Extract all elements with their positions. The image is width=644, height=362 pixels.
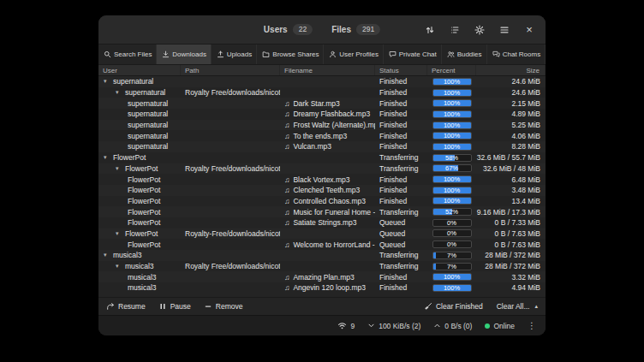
preferences-gear-icon[interactable]	[473, 23, 486, 37]
download-speed-indicator[interactable]: 100 KiB/s (2)	[367, 322, 420, 330]
progress-bar: 100%	[432, 132, 472, 139]
row-size: 24.6 MiB	[511, 77, 540, 86]
table-row[interactable]: FlowerPot ♫ Controlled Chaos.mp3 Finishe…	[98, 196, 546, 207]
row-path: Royalty Free/downloads/nicoti…	[185, 88, 280, 97]
connections-indicator[interactable]: 9	[337, 321, 355, 330]
row-size: 28 MiB / 372 MiB	[485, 251, 540, 259]
kebab-icon: ⋮	[528, 321, 536, 330]
table-row[interactable]: supernatural ♫ Dark Star.mp3 Finished 10…	[98, 98, 546, 109]
progress-percent-label: 100%	[433, 79, 471, 86]
tab-private-chat[interactable]: Private Chat	[384, 45, 442, 64]
music-note-icon: ♫	[284, 175, 289, 184]
progress-percent-label: 100%	[433, 90, 471, 97]
close-button[interactable]: ×	[522, 23, 536, 37]
expander-icon[interactable]: ▾	[104, 154, 111, 161]
table-row[interactable]: ▾ supernatural Finished 100% 24.6 MiB	[98, 76, 546, 87]
pause-button[interactable]: Pause	[158, 302, 191, 311]
table-row[interactable]: ▾ supernatural Royalty Free/downloads/ni…	[98, 87, 546, 98]
column-header-path[interactable]: Path	[181, 65, 280, 75]
row-status: Finished	[379, 273, 407, 282]
expander-icon[interactable]: ▾	[116, 230, 123, 237]
progress-bar: 100%	[432, 110, 472, 118]
progress-bar: 100%	[432, 284, 472, 292]
expander-icon[interactable]: ▾	[104, 252, 111, 258]
table-row[interactable]: supernatural ♫ Vulcan.mp3 Finished 100% …	[98, 141, 546, 152]
row-size: 5.25 MiB	[511, 121, 540, 129]
expander-icon[interactable]: ▾	[116, 89, 123, 96]
table-row[interactable]: ▾ FlowerPot Royalty-Free/downloads/nicot…	[98, 228, 546, 240]
tab-uploads[interactable]: Uploads	[212, 45, 258, 64]
table-row[interactable]: musical3 ♫ Angevin 120 loop.mp3 Finished…	[98, 282, 546, 294]
music-note-icon: ♫	[284, 240, 289, 249]
column-header-percent[interactable]: Percent	[427, 65, 476, 75]
progress-bar: 52%	[432, 208, 472, 216]
tab-search-files[interactable]: Search Files	[98, 45, 157, 64]
row-size: 3.32 MiB	[511, 273, 540, 282]
table-row[interactable]: FlowerPot ♫ Satiate Strings.mp3 Queued 0…	[98, 217, 546, 228]
row-filename: Vulcan.mp3	[293, 142, 331, 151]
row-status: Transferring	[379, 262, 419, 270]
table-row[interactable]: FlowerPot ♫ Welcome to HorrorLand - hi.m…	[98, 239, 546, 250]
statusbar-menu-button[interactable]: ⋮	[528, 321, 536, 330]
row-size: 6.48 MiB	[511, 175, 540, 184]
music-note-icon: ♫	[284, 121, 289, 129]
progress-percent-label: 100%	[433, 111, 471, 118]
row-filename: Satiate Strings.mp3	[293, 218, 356, 227]
tab-browse-shares[interactable]: Browse Shares	[257, 45, 324, 64]
progress-bar: 100%	[432, 143, 472, 151]
table-row[interactable]: ▾ FlowerPot Royalty Free/downloads/nicot…	[98, 163, 546, 175]
table-row[interactable]: musical3 ♫ Amazing Plan.mp3 Finished 100…	[98, 271, 546, 282]
expander-icon[interactable]: ▾	[116, 263, 123, 270]
row-status: Finished	[379, 186, 407, 194]
clear-all-menu-button[interactable]: Clear All... ▴	[497, 302, 538, 311]
online-dot-icon	[485, 323, 490, 329]
remove-button[interactable]: Remove	[204, 302, 243, 311]
expander-icon[interactable]: ▾	[116, 165, 123, 172]
column-header-filename[interactable]: Filename	[280, 65, 375, 75]
resume-icon	[106, 302, 115, 311]
table-row[interactable]: FlowerPot ♫ Clenched Teeth.mp3 Finished …	[98, 185, 546, 196]
menu-hamburger-icon[interactable]	[498, 23, 511, 37]
row-filename: Dark Star.mp3	[293, 99, 339, 108]
online-status[interactable]: Online	[485, 322, 515, 330]
progress-bar: 58%	[432, 154, 472, 162]
search-icon	[104, 50, 111, 58]
expander-icon[interactable]: ▾	[104, 78, 111, 85]
row-size: 3.48 MiB	[511, 186, 540, 194]
tab-buddies[interactable]: Buddies	[442, 45, 487, 64]
column-header-user[interactable]: User	[98, 65, 181, 75]
table-row[interactable]: FlowerPot ♫ Black Vortex.mp3 Finished 10…	[98, 174, 546, 185]
wifi-icon	[337, 321, 347, 330]
table-row[interactable]: supernatural ♫ To the ends.mp3 Finished …	[98, 130, 546, 141]
table-row[interactable]: supernatural ♫ Frost Waltz (Alternate).m…	[98, 120, 546, 131]
table-row[interactable]: FlowerPot ♫ Music for Funeral Home - Par…	[98, 206, 546, 217]
row-status: Transferring	[379, 251, 419, 259]
resume-button[interactable]: Resume	[106, 302, 146, 311]
row-user: FlowerPot	[128, 240, 160, 249]
row-filename: Dreamy Flashback.mp3	[293, 110, 370, 118]
tab-downloads[interactable]: Downloads	[157, 45, 212, 64]
row-size: 24.6 MiB	[511, 88, 540, 97]
tab-chat-rooms[interactable]: Chat Rooms	[487, 45, 546, 64]
clear-finished-button[interactable]: Clear Finished	[424, 302, 483, 311]
tab-user-profiles[interactable]: User Profiles	[324, 45, 384, 64]
column-header-status[interactable]: Status	[375, 65, 427, 75]
music-note-icon: ♫	[284, 197, 289, 205]
row-size: 0 B / 7.63 MiB	[495, 240, 540, 249]
progress-bar: 0%	[432, 219, 472, 227]
log-icon[interactable]	[448, 23, 462, 37]
row-user: supernatural	[128, 132, 168, 140]
progress-percent-label: 100%	[433, 285, 471, 292]
table-row[interactable]: ▾ musical3 Transferring 7% 28 MiB / 372 …	[98, 250, 546, 261]
row-size: 28 MiB / 372 MiB	[485, 262, 540, 270]
column-header-size[interactable]: Size	[476, 65, 546, 75]
row-user: supernatural	[128, 121, 168, 129]
table-row[interactable]: ▾ musical3 Royalty Free/downloads/nicoti…	[98, 261, 546, 272]
download-icon	[162, 50, 170, 58]
table-row[interactable]: supernatural ♫ Dreamy Flashback.mp3 Fini…	[98, 109, 546, 120]
upload-speed-indicator[interactable]: 0 B/s (0)	[433, 322, 472, 330]
connect-icon[interactable]	[423, 23, 437, 37]
row-status: Finished	[379, 121, 407, 129]
table-row[interactable]: ▾ FlowerPot Transferring 58% 32.6 MiB / …	[98, 152, 546, 163]
row-user: FlowerPot	[128, 175, 160, 184]
